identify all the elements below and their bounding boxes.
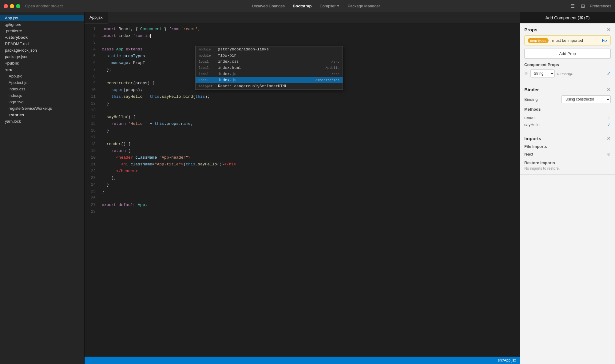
code-line-27: export default App; (99, 202, 520, 208)
warning-banner: prop-types must be imported Fix (524, 35, 611, 46)
prop-remove-icon[interactable]: ⊗ (524, 71, 528, 76)
code-line-23: ); (99, 175, 520, 181)
binder-close-button[interactable]: ✕ (607, 87, 611, 92)
ac-type: snippet (199, 85, 216, 88)
ac-path: /src (331, 72, 339, 76)
restore-imports-note: No imports to restore. (524, 166, 611, 171)
code-line-20: <header className="App-header"> (99, 154, 520, 161)
sidebar-item-prettierrc[interactable]: .prettierrc (0, 28, 84, 34)
code-line-24: } (99, 181, 520, 188)
sidebar-item-appjsx-top[interactable]: App.jsx (0, 15, 84, 21)
ac-name: index.js (218, 78, 313, 82)
props-title: Props (524, 27, 538, 32)
warning-badge: prop-types (528, 38, 549, 43)
import-name-react: react (524, 152, 533, 156)
method-check-render: ✓ (607, 115, 611, 120)
component-props-title: Component Props (524, 62, 611, 67)
compiler-chevron-icon: ▼ (337, 4, 340, 8)
editor-area: App.jsx 12345 678910 1112131415 16171819… (85, 12, 520, 364)
status-bar: src/App.jsx (85, 357, 520, 364)
prop-check-icon: ✓ (607, 71, 611, 77)
ac-item-indexjs-src[interactable]: local index.js /src (196, 71, 343, 77)
methods-title: Methods (524, 107, 611, 112)
ac-item-flowbin[interactable]: module flow-bin (196, 53, 343, 59)
warning-message: must be imported (552, 38, 583, 43)
sidebar-item-src[interactable]: -src (0, 66, 84, 73)
import-row-react: react ⊗ (524, 151, 611, 157)
ac-path: /public (325, 66, 339, 70)
file-imports-title: File Imports (524, 144, 611, 149)
imports-section-header: Imports ✕ (524, 136, 611, 141)
sidebar-item-appjsx[interactable]: App.jsx (0, 73, 84, 79)
method-check-sayhello: ✓ (607, 122, 611, 127)
close-button[interactable] (4, 4, 8, 8)
tab-compiler[interactable]: Compiler ▼ (316, 2, 343, 10)
props-close-button[interactable]: ✕ (607, 27, 611, 32)
ac-item-snippet[interactable]: snippet React: dangerouslySetInnerHTML (196, 83, 343, 89)
ac-item-indexcss[interactable]: local index.css /src (196, 59, 343, 65)
prop-type-select[interactable]: String Number Boolean Object (530, 69, 555, 77)
sidebar-item-gitignore[interactable]: .gitignore (0, 21, 84, 28)
tab-package-manager[interactable]: Package Manager (344, 2, 383, 10)
traffic-lights (4, 4, 20, 8)
fix-button[interactable]: Fix (602, 38, 607, 43)
add-prop-button[interactable]: Add Prop (524, 49, 611, 59)
sidebar-item-package-lock[interactable]: package-lock.json (0, 47, 84, 53)
minimize-button[interactable] (10, 4, 14, 8)
add-component-button[interactable]: Add Component (⌘↑F) (520, 12, 615, 23)
component-props: Component Props ⊗ String Number Boolean … (524, 62, 611, 77)
editor-content[interactable]: 12345 678910 1112131415 1617181920 21222… (85, 23, 520, 357)
binder-section: Binder ✕ Binding Using constructor Arrow… (520, 83, 615, 132)
props-section-header: Props ✕ (524, 27, 611, 32)
method-name-sayhello: sayHello (524, 122, 540, 127)
code-line-18: render() { (99, 141, 520, 148)
ac-name: index.css (218, 60, 329, 64)
titlebar: Open another project Unsaved Changes Boo… (0, 0, 615, 12)
sidebar-item-yarnlock[interactable]: yarn.lock (0, 118, 84, 125)
import-remove-icon[interactable]: ⊗ (607, 152, 611, 156)
imports-title: Imports (524, 136, 541, 141)
code-line-13 (99, 107, 520, 114)
tab-unsaved-changes[interactable]: Unsaved Changes (249, 2, 288, 10)
ac-item-indexhtml[interactable]: local index.html /public (196, 65, 343, 71)
methods-area: Methods render ✓ sayHello ✓ (524, 107, 611, 128)
sidebar-item-package-json[interactable]: package.json (0, 53, 84, 60)
ac-type: local (199, 66, 216, 70)
preferences-link[interactable]: Preferences (590, 4, 611, 8)
sidebar-item-indexjs[interactable]: index.js (0, 92, 84, 99)
code-line-26 (99, 195, 520, 202)
sidebar-item-public[interactable]: +public (0, 60, 84, 66)
code-line-11: this.sayHello = this.sayHello.bind(this)… (99, 93, 520, 100)
ac-name: flow-bin (218, 53, 337, 58)
grid-icon[interactable]: ⊞ (580, 2, 586, 10)
fullscreen-button[interactable] (16, 4, 20, 8)
ac-type: local (199, 78, 216, 82)
ac-type: local (199, 60, 216, 64)
open-project-label: Open another project (25, 4, 63, 8)
code-line-19: return ( (99, 148, 520, 154)
sidebar-item-apptest[interactable]: App.test.js (0, 79, 84, 86)
ac-item-indexjs-stories[interactable]: local index.js /src/stories (196, 77, 343, 83)
tab-bootstrap[interactable]: Bootstrap (290, 2, 315, 10)
ac-type: local (199, 72, 216, 76)
ac-path: /src (331, 60, 339, 64)
binding-select[interactable]: Using constructor Arrow function None (561, 95, 611, 103)
prop-name: message (557, 71, 573, 76)
sidebar-item-indexcss[interactable]: index.css (0, 86, 84, 92)
menu-icon[interactable]: ☰ (569, 2, 576, 10)
sidebar-item-stories[interactable]: +stories (0, 112, 84, 118)
ac-type: module (199, 54, 216, 57)
ac-name: React: dangerouslySetInnerHTML (218, 84, 337, 89)
sidebar-item-readme[interactable]: README.md (0, 41, 84, 47)
imports-close-button[interactable]: ✕ (607, 136, 611, 141)
autocomplete-dropdown[interactable]: module @storybook/addon-links module flo… (195, 46, 343, 90)
binding-row: Binding Using constructor Arrow function… (524, 95, 611, 103)
binding-label: Binding (524, 97, 538, 102)
sidebar-item-logosvg[interactable]: logo.svg (0, 99, 84, 105)
editor-tab-appjsx[interactable]: App.jsx (85, 12, 108, 23)
code-line-1: import React, { Component } from 'react'… (99, 26, 520, 33)
sidebar-item-registerserviceworker[interactable]: registerServiceWorker.js (0, 105, 84, 112)
sidebar-item-storybook[interactable]: +.storybook (0, 34, 84, 41)
method-name-render: render (524, 115, 536, 120)
ac-item-storybook[interactable]: module @storybook/addon-links (196, 46, 343, 53)
